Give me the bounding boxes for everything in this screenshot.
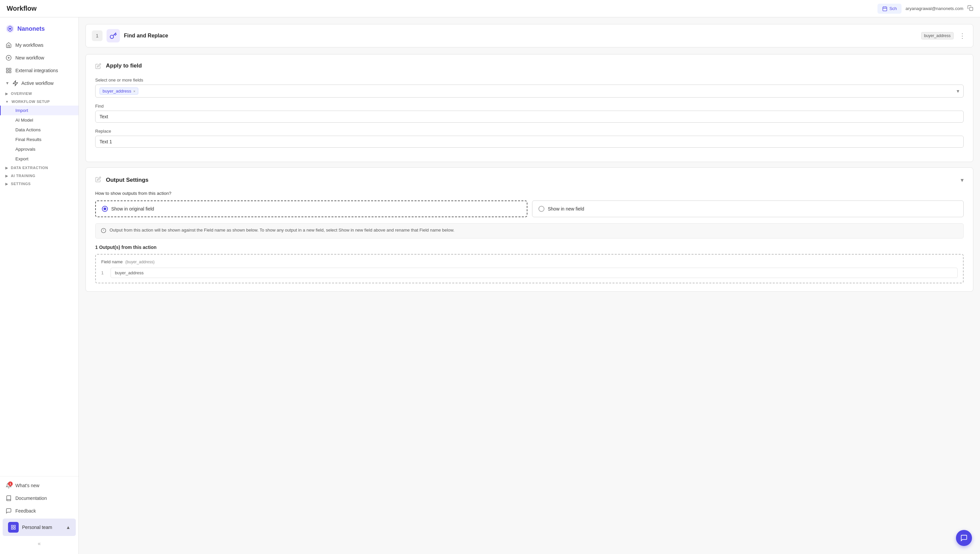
- field-tag-close-button[interactable]: ×: [133, 89, 135, 93]
- sidebar-item-active-workflow[interactable]: ▼ Active workflow: [0, 77, 78, 89]
- personal-team-label: Personal team: [22, 525, 62, 530]
- svg-rect-4: [970, 7, 973, 11]
- header-right: Sch aryanagrawal@nanonets.com: [877, 4, 973, 14]
- info-box: Output from this action will be shown ag…: [95, 223, 964, 239]
- feedback-label: Feedback: [15, 508, 73, 514]
- user-email: aryanagrawal@nanonets.com: [905, 6, 963, 11]
- sidebar-sub-item-approvals[interactable]: Approvals: [0, 144, 78, 154]
- svg-rect-16: [14, 525, 15, 527]
- data-extraction-chevron-right: ▶: [5, 166, 8, 170]
- logo-text: Nanonets: [18, 25, 45, 32]
- output-pencil-icon: [95, 177, 101, 184]
- personal-team-chevron-up: ▲: [66, 525, 70, 530]
- personal-team-item[interactable]: Personal team ▲: [3, 519, 76, 536]
- apply-to-field-section: Apply to field Select one or more fields…: [86, 54, 973, 162]
- sidebar-item-documentation[interactable]: Documentation: [0, 492, 78, 505]
- find-group: Find: [95, 103, 964, 123]
- sidebar: Nanonets My workflows New workflow Exter…: [0, 18, 79, 554]
- output-option-new[interactable]: Show in new field: [532, 201, 964, 217]
- field-value-row: 1: [101, 267, 958, 278]
- field-select-group: Select one or more fields buyer_address …: [95, 78, 964, 97]
- section-header-ai-training[interactable]: ▶ AI TRAINING: [0, 172, 78, 180]
- sidebar-sub-item-import[interactable]: Import: [0, 106, 78, 115]
- final-results-label: Final Results: [15, 137, 41, 142]
- ai-training-chevron-right: ▶: [5, 174, 8, 178]
- step-tag: buyer_address: [921, 32, 954, 40]
- sidebar-sub-item-ai-model[interactable]: AI Model: [0, 115, 78, 125]
- data-actions-label: Data Actions: [15, 127, 41, 132]
- workflow-setup-chevron-down: ▼: [5, 100, 9, 103]
- copy-button[interactable]: [967, 5, 973, 12]
- section-header-overview[interactable]: ▶ OVERVIEW: [0, 89, 78, 97]
- sidebar-collapse-button[interactable]: «: [5, 539, 73, 549]
- how-to-label: How to show outputs from this action?: [95, 191, 964, 196]
- grid-icon: [5, 67, 12, 74]
- overview-label: OVERVIEW: [11, 92, 32, 96]
- plus-circle-icon: [5, 54, 12, 61]
- sidebar-divider: [0, 476, 78, 476]
- field-name-row: Field name (buyer_address): [101, 259, 958, 264]
- output-section-title: Output Settings: [106, 177, 148, 183]
- export-label: Export: [15, 156, 29, 161]
- schedule-icon: [882, 6, 888, 11]
- info-icon: [101, 228, 106, 234]
- personal-team-icon: [8, 522, 19, 533]
- find-replace-icon: [110, 32, 117, 40]
- import-label: Import: [15, 108, 28, 113]
- find-label: Find: [95, 103, 964, 108]
- output-option-original-label: Show in original field: [111, 206, 154, 212]
- main-layout: Nanonets My workflows New workflow Exter…: [0, 18, 980, 554]
- svg-rect-15: [11, 525, 13, 527]
- svg-rect-11: [10, 68, 11, 70]
- external-integrations-label: External integrations: [15, 68, 73, 73]
- apply-section-title: Apply to field: [106, 62, 142, 69]
- sidebar-item-new-workflow[interactable]: New workflow: [0, 51, 78, 64]
- message-square-icon: [5, 508, 12, 514]
- schedule-button[interactable]: Sch: [877, 4, 902, 14]
- content-area: 1 Find and Replace buyer_address ⋮ Apply…: [79, 18, 980, 554]
- section-header-data-extraction[interactable]: ▶ DATA EXTRACTION: [0, 164, 78, 172]
- approvals-label: Approvals: [15, 147, 35, 152]
- active-workflow-label: Active workflow: [21, 81, 53, 86]
- output-section-collapse-button[interactable]: ▾: [961, 177, 964, 184]
- step-more-button[interactable]: ⋮: [958, 30, 967, 41]
- replace-input[interactable]: [95, 136, 964, 148]
- sidebar-logo: Nanonets: [0, 21, 78, 39]
- workflow-setup-label: WORKFLOW SETUP: [11, 100, 50, 103]
- field-index: 1: [101, 270, 107, 275]
- find-input[interactable]: [95, 111, 964, 123]
- svg-rect-0: [883, 7, 887, 11]
- whats-new-label: What's new: [15, 483, 73, 488]
- output-title-group: Output Settings: [95, 176, 148, 184]
- radio-original-icon: [102, 206, 108, 212]
- sidebar-item-feedback[interactable]: Feedback: [0, 505, 78, 517]
- outputs-box: Field name (buyer_address) 1: [95, 254, 964, 283]
- svg-marker-14: [13, 81, 18, 86]
- home-icon: [5, 42, 12, 48]
- sidebar-sub-item-data-actions[interactable]: Data Actions: [0, 125, 78, 135]
- output-option-original[interactable]: Show in original field: [95, 201, 527, 217]
- collapse-icon: «: [38, 541, 41, 547]
- chat-icon: [960, 534, 968, 542]
- sidebar-item-whats-new[interactable]: 1 What's new: [0, 479, 78, 492]
- svg-rect-17: [11, 528, 13, 529]
- svg-rect-18: [14, 528, 15, 529]
- ai-model-label: AI Model: [15, 118, 33, 123]
- outputs-count-label: 1 Output(s) from this action: [95, 245, 964, 250]
- overview-chevron-right: ▶: [5, 92, 8, 96]
- chat-button[interactable]: [956, 530, 972, 546]
- field-select-container[interactable]: buyer_address × ▾: [95, 84, 964, 97]
- section-header-settings[interactable]: ▶ SETTINGS: [0, 180, 78, 188]
- sidebar-item-my-workflows[interactable]: My workflows: [0, 39, 78, 51]
- field-tag-buyer-address: buyer_address ×: [100, 88, 138, 95]
- section-header-workflow-setup[interactable]: ▼ WORKFLOW SETUP: [0, 97, 78, 106]
- bell-icon: 1: [5, 482, 12, 489]
- info-text: Output from this action will be shown ag…: [110, 228, 454, 232]
- sidebar-item-external-integrations[interactable]: External integrations: [0, 64, 78, 77]
- sidebar-sub-item-final-results[interactable]: Final Results: [0, 135, 78, 144]
- sidebar-sub-item-export[interactable]: Export: [0, 154, 78, 164]
- apply-section-header: Apply to field: [95, 62, 964, 71]
- step-number: 1: [92, 30, 103, 41]
- field-value-input[interactable]: [111, 267, 958, 278]
- ai-training-label: AI TRAINING: [11, 174, 35, 178]
